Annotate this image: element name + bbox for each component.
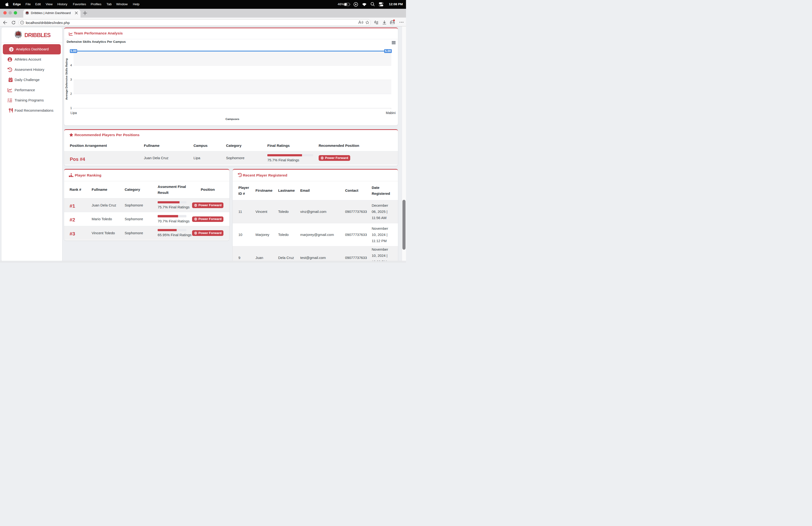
svg-text:DRIBBLES: DRIBBLES <box>15 35 21 37</box>
svg-text:DRIBBLES: DRIBBLES <box>26 14 29 14</box>
